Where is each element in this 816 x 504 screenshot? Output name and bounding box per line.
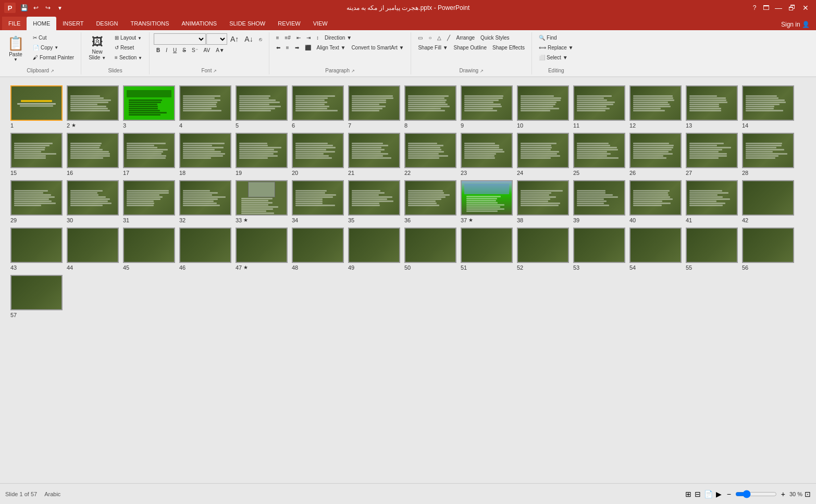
- tab-home[interactable]: HOME: [27, 17, 56, 30]
- clear-format-button[interactable]: ⎋: [256, 35, 265, 44]
- slide-item[interactable]: 18: [179, 133, 231, 176]
- slide-item[interactable]: 49: [348, 228, 400, 271]
- format-painter-button[interactable]: 🖌 Format Painter: [30, 53, 77, 62]
- slide-item[interactable]: 9: [461, 85, 513, 129]
- slide-item[interactable]: 28: [742, 133, 794, 176]
- select-button[interactable]: ⬜ Select ▼: [536, 53, 570, 62]
- arrange-button[interactable]: Arrange: [453, 33, 477, 42]
- zoom-in-button[interactable]: +: [779, 490, 787, 498]
- strikethrough-button[interactable]: S: [180, 46, 189, 55]
- slide-item[interactable]: 24: [517, 133, 569, 176]
- slide-item[interactable]: 21: [348, 133, 400, 176]
- tab-insert[interactable]: INSERT: [56, 17, 90, 30]
- slide-item[interactable]: 17: [123, 133, 175, 176]
- font-color-button[interactable]: A▼: [213, 46, 227, 55]
- tab-design[interactable]: DESIGN: [90, 17, 124, 30]
- slide-item[interactable]: 20: [292, 133, 344, 176]
- slide-item[interactable]: 41: [686, 180, 738, 223]
- slide-item[interactable]: 48: [292, 228, 344, 271]
- slide-item[interactable]: 5: [236, 85, 288, 129]
- normal-view-button[interactable]: ⊞: [685, 490, 691, 498]
- tab-view[interactable]: VIEW: [307, 17, 334, 30]
- tab-transitions[interactable]: TRANSITIONS: [125, 17, 176, 30]
- slide-item[interactable]: 55: [686, 228, 738, 271]
- slide-item[interactable]: 10: [517, 85, 569, 129]
- tab-slideshow[interactable]: SLIDE SHOW: [223, 17, 271, 30]
- shape-fill-button[interactable]: Shape Fill ▼: [415, 43, 450, 52]
- slide-item[interactable]: 2★: [67, 85, 119, 129]
- sign-in-button[interactable]: Sign in 👤: [775, 19, 816, 30]
- bullets-button[interactable]: ≡: [274, 33, 282, 42]
- zoom-slider[interactable]: [735, 490, 777, 498]
- font-family-select[interactable]: [154, 33, 206, 45]
- close-button[interactable]: ✕: [799, 3, 812, 13]
- slide-item[interactable]: 54: [629, 228, 682, 271]
- font-size-select[interactable]: [206, 33, 227, 45]
- ribbon-collapse-icon[interactable]: 🗖: [761, 3, 771, 13]
- justify-button[interactable]: ⬛: [302, 43, 314, 52]
- slide-item[interactable]: 36: [404, 180, 456, 223]
- zoom-out-button[interactable]: −: [725, 490, 733, 498]
- slide-item[interactable]: 11: [573, 85, 625, 129]
- slide-item[interactable]: 34: [292, 180, 344, 223]
- shape-arrow-button[interactable]: △: [435, 33, 444, 42]
- slide-sorter-button[interactable]: ⊟: [695, 490, 701, 498]
- slide-item[interactable]: 37★: [461, 180, 513, 223]
- slide-item[interactable]: 8: [404, 85, 456, 129]
- align-left-button[interactable]: ⬅: [274, 43, 283, 52]
- slide-item[interactable]: 56: [742, 228, 794, 271]
- char-spacing-button[interactable]: AV: [201, 46, 213, 55]
- restore-button[interactable]: 🗗: [786, 3, 798, 13]
- slide-item[interactable]: 44: [67, 228, 119, 271]
- slide-item[interactable]: 33★: [236, 180, 288, 223]
- minimize-button[interactable]: —: [772, 3, 785, 13]
- reading-view-button[interactable]: 📄: [704, 490, 713, 498]
- line-spacing-button[interactable]: ↕: [314, 33, 322, 42]
- slide-item[interactable]: 40: [629, 180, 682, 223]
- slide-item[interactable]: 45: [123, 228, 175, 271]
- slide-item[interactable]: 26: [629, 133, 682, 176]
- text-direction-button[interactable]: Direction ▼: [322, 33, 354, 42]
- align-right-button[interactable]: ➡: [292, 43, 302, 52]
- redo-icon[interactable]: ↪: [43, 3, 53, 13]
- slide-item[interactable]: 3: [123, 85, 175, 129]
- shape-rect-button[interactable]: ▭: [415, 33, 425, 42]
- numbering-button[interactable]: ≡#: [282, 33, 293, 42]
- slide-item[interactable]: 52: [517, 228, 569, 271]
- slide-item[interactable]: 25: [573, 133, 625, 176]
- slide-item[interactable]: 46: [179, 228, 231, 271]
- decrease-indent-button[interactable]: ⇤: [294, 33, 303, 42]
- shape-outline-button[interactable]: Shape Outline: [451, 43, 489, 52]
- slideshow-button[interactable]: ▶: [716, 490, 722, 498]
- bold-button[interactable]: B: [154, 46, 163, 55]
- shape-line-button[interactable]: ╱: [444, 33, 453, 42]
- align-center-button[interactable]: ≡: [283, 43, 292, 52]
- new-slide-button[interactable]: 🖼 New Slide ▼: [85, 33, 109, 62]
- undo-icon[interactable]: ↩: [31, 3, 41, 13]
- smartart-button[interactable]: Convert to SmartArt ▼: [349, 43, 406, 52]
- slide-item[interactable]: 50: [404, 228, 456, 271]
- slide-item[interactable]: 12: [629, 85, 682, 129]
- slide-item[interactable]: 22: [404, 133, 456, 176]
- shape-effects-button[interactable]: Shape Effects: [490, 43, 527, 52]
- slide-item[interactable]: 32: [179, 180, 231, 223]
- slide-item[interactable]: 47★: [236, 228, 288, 271]
- cut-button[interactable]: ✂ Cut: [30, 33, 77, 42]
- slide-item[interactable]: 19: [236, 133, 288, 176]
- slide-item[interactable]: 42: [742, 180, 794, 223]
- slide-item[interactable]: 53: [573, 228, 625, 271]
- slide-item[interactable]: 30: [67, 180, 119, 223]
- slide-item[interactable]: 35: [348, 180, 400, 223]
- slide-item[interactable]: 38: [517, 180, 569, 223]
- save-icon[interactable]: 💾: [19, 3, 29, 13]
- slide-item[interactable]: 15: [10, 133, 63, 176]
- slide-item[interactable]: 4: [179, 85, 231, 129]
- replace-button[interactable]: ⟺ Replace ▼: [536, 43, 576, 52]
- slide-item[interactable]: 57: [10, 275, 63, 318]
- underline-button[interactable]: U: [170, 46, 179, 55]
- help-icon[interactable]: ?: [749, 3, 760, 13]
- slide-item[interactable]: 29: [10, 180, 63, 223]
- font-grow-button[interactable]: A↑: [228, 33, 241, 45]
- paste-button[interactable]: 📋 Paste ▼: [4, 33, 27, 64]
- slide-item[interactable]: 1: [10, 85, 63, 129]
